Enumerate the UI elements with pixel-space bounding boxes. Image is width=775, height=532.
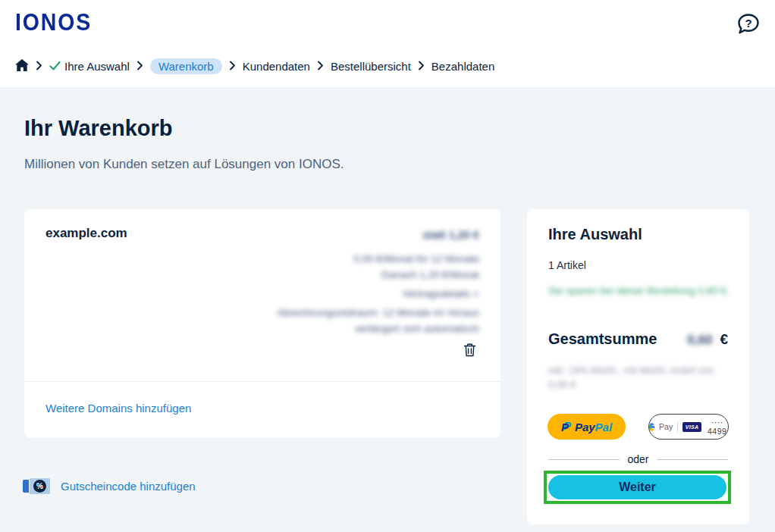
chevron-right-icon	[136, 60, 143, 73]
cart-item-details-blurred: statt 1,20 € 0,00 €/Monat für 12 Monate …	[221, 229, 479, 336]
breadcrumb-step-auswahl[interactable]: Ihre Auswahl	[49, 60, 130, 73]
card-divider	[24, 381, 500, 382]
agent-highlight-box: Weiter	[544, 471, 731, 504]
divider	[677, 421, 678, 433]
page-subtitle: Millionen von Kunden setzen auf Lösungen…	[24, 157, 344, 172]
gpay-label: Pay	[659, 422, 673, 431]
blurred-detail-line: Abrechnungszeitraum: 12 Monate im Voraus	[221, 305, 479, 321]
total-label: Gesamtsumme	[548, 330, 657, 348]
svg-text:?: ?	[745, 16, 751, 29]
total-row: Gesamtsumme 0,60 €	[548, 330, 728, 348]
voucher-ticket-icon: %	[23, 476, 50, 496]
breadcrumb-step-warenkorb-active[interactable]: Warenkorb	[150, 58, 222, 74]
help-chat-icon: ?	[735, 11, 761, 39]
google-pay-icon	[649, 423, 654, 431]
or-divider: oder	[548, 453, 728, 465]
or-label: oder	[627, 453, 648, 465]
paypal-button[interactable]: PP PayPal	[548, 414, 626, 440]
saved-card-button[interactable]: Pay VISA ···· 4499	[648, 414, 729, 440]
paypal-logo-icon: PP	[561, 421, 571, 433]
payment-options: PP PayPal Pay VISA ···· 4499	[548, 414, 729, 440]
card-last-digits: ···· 4499	[706, 418, 728, 436]
blurred-price-note: statt 1,20 €	[221, 229, 479, 241]
page-title: Ihr Warenkorb	[24, 116, 173, 141]
article-count: 1 Artikel	[548, 259, 586, 271]
checkout-page: IONOS ? Ihre Auswahl	[0, 0, 775, 532]
breadcrumb: Ihre Auswahl Warenkorb Kundendaten Beste…	[15, 58, 494, 74]
cart-item-domain: example.com	[45, 226, 127, 241]
cart-item-card: example.com statt 1,20 € 0,00 €/Monat fü…	[24, 209, 500, 438]
voucher-row[interactable]: % Gutscheincode hinzufügen	[23, 476, 196, 496]
chevron-right-icon	[229, 60, 236, 73]
voucher-stub-shape	[23, 480, 29, 493]
blurred-detail-line: verlängert sich automatisch	[221, 321, 479, 336]
breadcrumb-step-bestelluebersicht[interactable]: Bestellübersicht	[331, 60, 411, 73]
continue-button[interactable]: Weiter	[548, 475, 726, 499]
trash-icon	[463, 348, 476, 359]
breadcrumb-step-kundendaten[interactable]: Kundendaten	[243, 60, 310, 73]
blurred-detail-line: 0,00 €/Monat für 12 Monate	[221, 251, 479, 267]
breadcrumb-step-bezahldaten[interactable]: Bezahldaten	[431, 60, 494, 73]
chevron-right-icon	[418, 60, 425, 73]
home-icon[interactable]	[15, 59, 29, 74]
ionos-logo[interactable]: IONOS	[15, 9, 92, 36]
voucher-code-link[interactable]: Gutscheincode hinzufügen	[61, 480, 196, 493]
help-button[interactable]: ?	[734, 11, 761, 39]
blurred-total-value: 0,60	[687, 333, 712, 348]
divider-line	[657, 459, 728, 460]
percent-icon: %	[33, 480, 46, 493]
divider-line	[548, 459, 620, 460]
checkmark-icon	[49, 60, 61, 73]
blurred-detail-line: Danach 1,20 €/Monat	[221, 267, 479, 283]
blurred-detail-line: Vertragsdetails +	[221, 286, 479, 302]
blurred-tax-note: inkl. 19% MwSt., mit MwSt.-Anteil von 0,…	[548, 363, 730, 392]
summary-card: Ihre Auswahl 1 Artikel Sie sparen bei di…	[527, 209, 749, 524]
visa-icon: VISA	[682, 422, 702, 432]
voucher-ticket-shape: %	[30, 478, 50, 494]
remove-item-button[interactable]	[463, 343, 476, 359]
add-domains-link[interactable]: Weitere Domains hinzufügen	[45, 402, 191, 415]
blurred-savings-note: Sie sparen bei dieser Bestellung 0,60 €.	[548, 283, 730, 298]
chevron-right-icon	[36, 60, 42, 73]
currency-symbol: €	[720, 331, 728, 348]
header: IONOS ? Ihre Auswahl	[0, 0, 775, 87]
chevron-right-icon	[317, 60, 324, 73]
summary-title: Ihre Auswahl	[548, 226, 642, 243]
paypal-wordmark: PayPal	[575, 421, 612, 433]
